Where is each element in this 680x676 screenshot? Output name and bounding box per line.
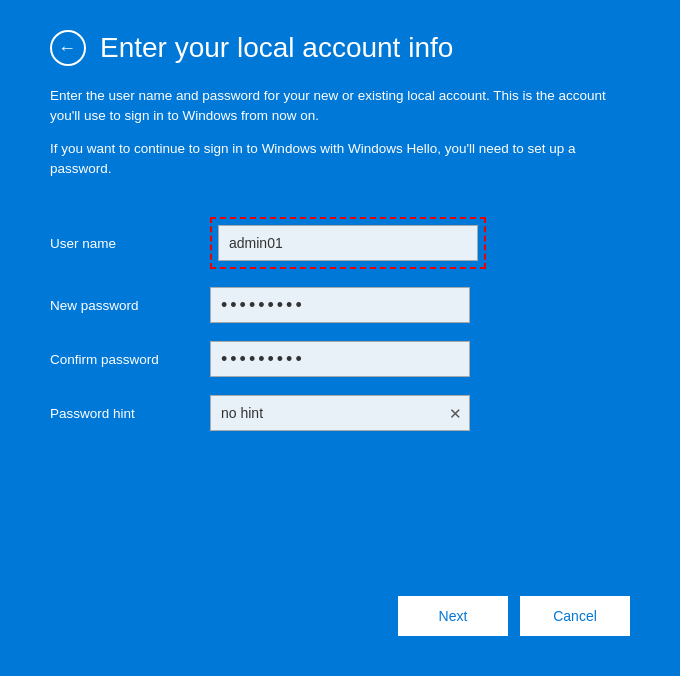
header: ← Enter your local account info: [50, 30, 630, 66]
new-password-row: New password: [50, 287, 630, 323]
cancel-button[interactable]: Cancel: [520, 596, 630, 636]
confirm-password-label: Confirm password: [50, 352, 210, 367]
username-label: User name: [50, 236, 210, 251]
confirm-password-input[interactable]: [210, 341, 470, 377]
confirm-password-row: Confirm password: [50, 341, 630, 377]
form-area: User name New password Confirm password …: [50, 217, 630, 449]
description-line1: Enter the user name and password for you…: [50, 86, 630, 127]
username-input[interactable]: [218, 225, 478, 261]
description-line2: If you want to continue to sign in to Wi…: [50, 139, 630, 180]
password-hint-input[interactable]: [210, 395, 470, 431]
username-highlighted-wrapper: [210, 217, 486, 269]
new-password-label: New password: [50, 298, 210, 313]
back-button[interactable]: ←: [50, 30, 86, 66]
password-hint-label: Password hint: [50, 406, 210, 421]
clear-hint-button[interactable]: ✕: [449, 406, 462, 421]
button-row: Next Cancel: [50, 596, 630, 646]
hint-wrapper: ✕: [210, 395, 470, 431]
username-row: User name: [50, 217, 630, 269]
page-container: ← Enter your local account info Enter th…: [0, 0, 680, 676]
description-block: Enter the user name and password for you…: [50, 86, 630, 191]
back-arrow-icon: ←: [58, 39, 76, 57]
next-button[interactable]: Next: [398, 596, 508, 636]
page-title: Enter your local account info: [100, 32, 453, 64]
password-hint-row: Password hint ✕: [50, 395, 630, 431]
spacer: [50, 449, 630, 596]
new-password-input[interactable]: [210, 287, 470, 323]
